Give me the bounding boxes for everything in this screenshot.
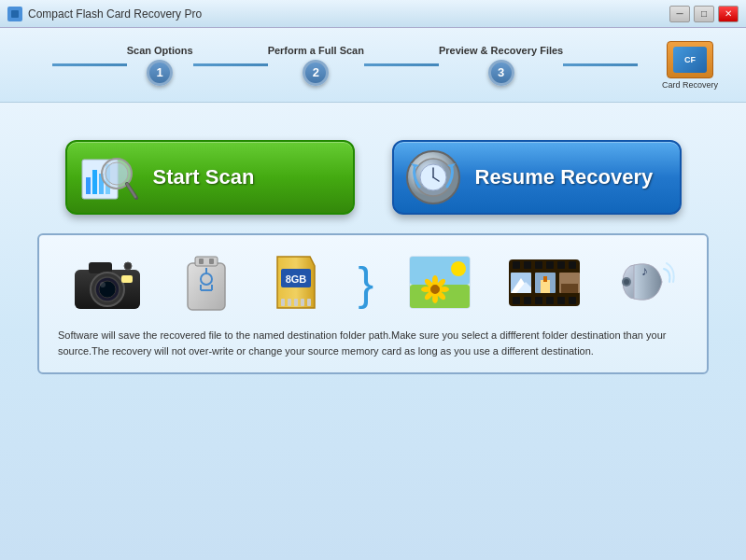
step-3: Preview & Recovery Files 3 — [439, 45, 563, 86]
step-2-label: Perform a Full Scan — [268, 45, 364, 56]
svg-rect-25 — [121, 275, 133, 283]
svg-rect-45 — [307, 299, 311, 306]
svg-point-52 — [432, 275, 438, 285]
svg-rect-72 — [569, 297, 576, 304]
maximize-button[interactable]: □ — [694, 6, 714, 22]
icons-row: 8GB } — [58, 249, 688, 318]
film-strip-icon — [507, 252, 582, 316]
svg-line-10 — [127, 184, 135, 197]
app-icon — [7, 7, 22, 21]
title-bar: Compact Flash Card Recovery Pro ─ □ ✕ — [0, 0, 746, 28]
main-content: Start Scan — [0, 103, 746, 560]
step-line-1-2 — [193, 63, 268, 66]
step-3-circle: 3 — [488, 60, 514, 86]
svg-rect-63 — [535, 261, 542, 269]
svg-rect-64 — [546, 261, 554, 269]
svg-rect-43 — [294, 299, 298, 306]
svg-rect-42 — [288, 299, 291, 306]
svg-rect-36 — [209, 259, 214, 264]
usb-drive-icon — [178, 249, 234, 318]
svg-rect-70 — [546, 297, 554, 304]
scan-icon — [77, 145, 142, 210]
svg-rect-66 — [569, 261, 576, 269]
steps-container: Scan Options 1 Perform a Full Scan 2 Pre… — [28, 45, 662, 86]
step-1-label: Scan Options — [127, 45, 193, 56]
svg-point-53 — [432, 294, 438, 303]
bottom-description: Software will save the recovered file to… — [58, 328, 688, 358]
audio-icon: ♪ — [615, 252, 676, 316]
svg-rect-4 — [92, 170, 97, 194]
step-3-label: Preview & Recovery Files — [439, 45, 563, 56]
step-bar: Scan Options 1 Perform a Full Scan 2 Pre… — [0, 28, 746, 103]
svg-rect-62 — [524, 261, 531, 269]
svg-point-83 — [624, 279, 629, 285]
svg-rect-44 — [301, 299, 304, 306]
svg-rect-34 — [195, 257, 218, 266]
resume-recovery-button[interactable]: Resume Recovery — [392, 140, 682, 215]
cf-label: Card Recovery — [662, 80, 718, 90]
minimize-button[interactable]: ─ — [669, 6, 690, 22]
photo-icon — [407, 252, 472, 316]
close-button[interactable]: ✕ — [718, 6, 739, 22]
svg-rect-80 — [561, 284, 578, 293]
start-scan-label: Start Scan — [153, 165, 255, 189]
svg-rect-69 — [535, 297, 542, 304]
svg-rect-67 — [513, 297, 520, 304]
svg-rect-35 — [199, 259, 204, 264]
svg-text:8GB: 8GB — [286, 273, 307, 285]
svg-rect-68 — [524, 297, 531, 304]
buttons-row: Start Scan — [37, 140, 709, 215]
bottom-panel: 8GB } — [37, 233, 709, 374]
arrow-brace-icon: } — [359, 260, 374, 307]
cf-logo: CF Card Recovery — [662, 41, 718, 90]
svg-rect-78 — [543, 276, 547, 282]
svg-rect-1 — [11, 10, 19, 18]
step-line-post3 — [563, 63, 638, 66]
svg-rect-41 — [281, 299, 285, 306]
window-controls: ─ □ ✕ — [669, 6, 739, 22]
cf-card-icon: CF — [667, 41, 713, 78]
svg-rect-65 — [557, 261, 565, 269]
svg-point-26 — [124, 262, 132, 270]
svg-text:♪: ♪ — [641, 263, 648, 278]
step-line-2-3 — [364, 63, 439, 66]
svg-point-8 — [106, 162, 128, 185]
step-2-circle: 2 — [303, 60, 329, 86]
svg-point-54 — [421, 287, 430, 292]
resume-recovery-label: Resume Recovery — [475, 165, 654, 189]
svg-rect-77 — [541, 280, 550, 293]
camera-icon — [70, 249, 145, 318]
recovery-icon — [403, 147, 464, 208]
svg-rect-71 — [557, 297, 565, 304]
svg-point-55 — [440, 287, 449, 292]
step-2: Perform a Full Scan 2 — [268, 45, 364, 86]
svg-rect-61 — [513, 261, 520, 269]
window-title: Compact Flash Card Recovery Pro — [28, 7, 669, 21]
sd-card-icon: 8GB — [268, 252, 324, 316]
svg-point-49 — [451, 261, 466, 276]
step-line-pre1 — [52, 63, 127, 66]
start-scan-button[interactable]: Start Scan — [65, 140, 355, 215]
svg-rect-3 — [86, 177, 91, 194]
step-1-circle: 1 — [147, 60, 173, 86]
svg-point-24 — [100, 282, 106, 287]
step-1: Scan Options 1 — [127, 45, 193, 86]
